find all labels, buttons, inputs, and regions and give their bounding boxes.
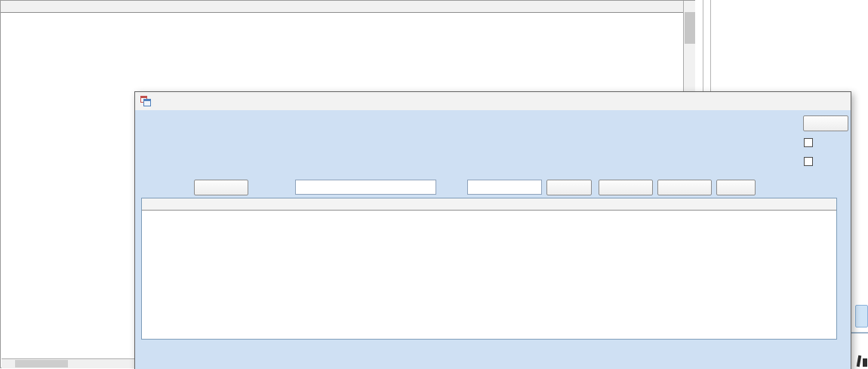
close-button[interactable] bbox=[822, 92, 851, 110]
occluded-text-fragment bbox=[857, 355, 862, 367]
locate-by-condition-button[interactable] bbox=[546, 180, 592, 195]
panel-border-line bbox=[703, 0, 703, 94]
checkbox-icon[interactable] bbox=[804, 157, 813, 166]
supplier-info-dialog bbox=[134, 91, 851, 369]
screen bbox=[0, 0, 868, 369]
name-filter-label bbox=[378, 180, 461, 195]
hscroll-thumb[interactable] bbox=[15, 360, 68, 367]
is-common-checkbox[interactable] bbox=[804, 135, 816, 150]
occluded-window-fragment bbox=[851, 332, 868, 334]
occluded-text-fragment bbox=[863, 358, 867, 367]
checkbox-icon[interactable] bbox=[804, 138, 813, 147]
project-bind-checkbox[interactable] bbox=[804, 154, 816, 169]
scroll-left-icon[interactable] bbox=[3, 359, 14, 368]
maximize-button[interactable] bbox=[793, 92, 822, 110]
form-icon bbox=[140, 96, 151, 106]
add-dict-detail-button[interactable] bbox=[599, 180, 653, 195]
spec-filter-label bbox=[206, 180, 289, 195]
name-filter-input[interactable] bbox=[467, 180, 542, 195]
panel-border-line-outer bbox=[710, 0, 711, 94]
supply-detail-table bbox=[141, 198, 837, 340]
detail-table-header bbox=[142, 198, 836, 211]
save-return-button[interactable] bbox=[803, 115, 848, 131]
occluded-scrollbar-fragment bbox=[855, 305, 868, 327]
scroll-up-icon[interactable] bbox=[684, 1, 695, 11]
add-order-detail-button[interactable] bbox=[657, 180, 712, 195]
dialog-titlebar[interactable] bbox=[135, 92, 851, 110]
vscroll-thumb[interactable] bbox=[685, 12, 695, 44]
delete-detail-button[interactable] bbox=[716, 180, 756, 195]
supplier-table-header bbox=[1, 1, 683, 13]
minimize-button[interactable] bbox=[765, 92, 793, 110]
